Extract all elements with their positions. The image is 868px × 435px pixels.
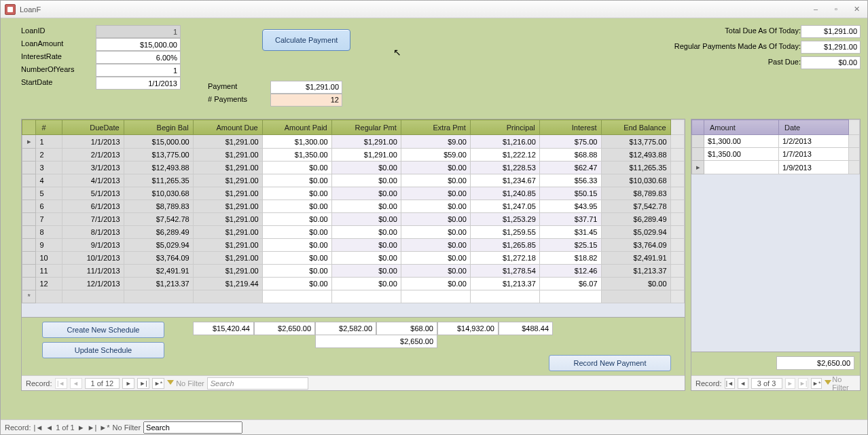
nav-new-button[interactable]: ►* [811, 378, 821, 389]
nav-search-input[interactable] [207, 377, 308, 390]
nav-last-button[interactable]: ►| [137, 378, 149, 389]
col-interest[interactable]: Interest [539, 120, 601, 135]
table-row[interactable]: 10 10/1/2013$3,764.09$1,291.00 $0.00$0.0… [22, 252, 685, 265]
value-num-payments: 12 [270, 94, 342, 107]
input-number-of-years[interactable] [96, 64, 181, 77]
nav-filter-indicator[interactable]: No Filter [825, 375, 856, 392]
table-row[interactable]: 4 4/1/2013$11,265.35$1,291.00 $0.00$0.00… [22, 174, 685, 187]
col-beginbal[interactable]: Begin Bal [124, 120, 193, 135]
table-row[interactable]: 1 1/1/2013$15,000.00$1,291.00 $1,300.00$… [22, 135, 685, 149]
nav-new-button[interactable]: ►* [152, 378, 164, 389]
table-row[interactable]: $1,300.001/2/2013 [692, 135, 860, 148]
nav-last-button[interactable]: ►| [798, 378, 808, 389]
input-start-date[interactable] [96, 77, 181, 90]
value-payment: $1,291.00 [270, 81, 342, 94]
col-amount[interactable]: Amount [704, 120, 779, 135]
payments-table[interactable]: Amount Date $1,300.001/2/2013$1,350.001/… [691, 119, 860, 174]
col-date[interactable]: Date [779, 120, 849, 135]
input-loan-amount[interactable] [96, 38, 181, 51]
recnav-label: Record: [5, 423, 31, 432]
label-past-due: Past Due: [768, 56, 801, 69]
table-row[interactable]: 6 6/1/2013$8,789.83$1,291.00 $0.00$0.00$… [22, 200, 685, 213]
total-interest: $488.44 [499, 322, 553, 335]
nav-filter-indicator[interactable]: No Filter [167, 379, 204, 387]
table-row[interactable]: 7 7/1/2013$7,542.78$1,291.00 $0.00$0.00$… [22, 213, 685, 226]
restore-button[interactable]: ▫ [829, 5, 843, 14]
funnel-icon [167, 380, 174, 387]
nav-position[interactable]: 1 of 12 [85, 378, 120, 389]
create-new-schedule-button[interactable]: Create New Schedule [42, 322, 164, 338]
nav-search-input[interactable] [143, 421, 242, 434]
window-title: LoanF [20, 5, 809, 14]
nav-filter-indicator[interactable]: No Filter [113, 423, 141, 432]
table-row[interactable]: 2 2/1/2013$13,775.00$1,291.00 $1,350.00$… [22, 149, 685, 162]
total-amount-paid-2: $2,650.00 [315, 335, 437, 348]
total-amount-due: $15,420.44 [193, 322, 254, 335]
payments-header-row: Amount Date [692, 120, 860, 135]
label-payments-made: Regular Payments Made As Of Today: [674, 41, 801, 54]
total-extra-pmt: $68.00 [376, 322, 437, 335]
label-start-date: StartDate [21, 77, 96, 90]
schedule-header-row: # DueDate Begin Bal Amount Due Amount Pa… [22, 120, 685, 135]
nav-first-button[interactable]: |◄ [725, 378, 735, 389]
titlebar: LoanF – ▫ ✕ [1, 1, 867, 18]
nav-prev-button[interactable]: ◄ [46, 423, 53, 432]
access-form-icon [5, 4, 16, 15]
col-principal[interactable]: Principal [470, 120, 539, 135]
total-amount-paid: $2,650.00 [254, 322, 315, 335]
table-row[interactable]: 1/9/2013 [692, 161, 860, 174]
label-total-due: Total Due As Of Today: [725, 25, 801, 38]
summary-panel: Total Due As Of Today: $1,291.00 Regular… [378, 25, 861, 69]
minimize-button[interactable]: – [809, 5, 822, 14]
nav-prev-button[interactable]: ◄ [738, 378, 748, 389]
label-number-of-years: NumberOfYears [21, 64, 96, 77]
col-extrapmt[interactable]: Extra Pmt [401, 120, 470, 135]
table-row[interactable]: 12 12/1/2013$1,213.37$1,219.44 $0.00$0.0… [22, 278, 685, 290]
nav-last-button[interactable]: ►| [88, 423, 97, 432]
label-interest-rate: InterestRate [21, 51, 96, 64]
label-num-payments: # Payments [208, 94, 270, 107]
table-row[interactable]: 3 3/1/2013$12,493.88$1,291.00 $0.00$0.00… [22, 162, 685, 174]
nav-first-button[interactable]: |◄ [55, 378, 67, 389]
payments-record-nav: Record: |◄ ◄ 3 of 3 ► ►| ►* No Filter [691, 375, 860, 390]
nav-first-button[interactable]: |◄ [34, 423, 43, 432]
recnav-label: Record: [695, 379, 722, 387]
nav-position[interactable]: 3 of 3 [751, 378, 782, 389]
recnav-label: Record: [26, 379, 52, 387]
nav-new-button[interactable]: ►* [99, 423, 109, 432]
nav-next-button[interactable]: ► [122, 378, 134, 389]
nav-next-button[interactable]: ► [785, 378, 795, 389]
table-row[interactable]: 9 9/1/2013$5,029.94$1,291.00 $0.00$0.00$… [22, 239, 685, 252]
nav-position[interactable]: 1 of 1 [56, 423, 75, 432]
calculate-payment-button[interactable]: Calculate Payment [262, 29, 350, 51]
col-amountpaid[interactable]: Amount Paid [262, 120, 331, 135]
table-row[interactable]: 8 8/1/2013$6,289.49$1,291.00 $0.00$0.00$… [22, 226, 685, 239]
col-num[interactable]: # [36, 120, 62, 135]
form-body: LoanID LoanAmount InterestRate NumberOfY… [1, 18, 867, 419]
loan-fields: LoanID LoanAmount InterestRate NumberOfY… [21, 25, 181, 90]
col-regularpmt[interactable]: Regular Pmt [331, 120, 401, 135]
col-endbalance[interactable]: End Balance [601, 120, 670, 135]
record-new-payment-button[interactable]: Record New Payment [549, 355, 671, 371]
payments-subform: Amount Date $1,300.001/2/2013$1,350.001/… [691, 119, 861, 391]
outer-record-nav: Record: |◄ ◄ 1 of 1 ► ►| ►* No Filter [1, 419, 867, 434]
col-amountdue[interactable]: Amount Due [193, 120, 262, 135]
value-payments-made: $1,291.00 [801, 41, 861, 54]
form-window: LoanF – ▫ ✕ ▸ LoanID LoanAmount Interest… [0, 0, 868, 435]
input-interest-rate[interactable] [96, 51, 181, 64]
col-duedate[interactable]: DueDate [62, 120, 124, 135]
table-row[interactable]: 5 5/1/2013$10,030.68$1,291.00 $0.00$0.00… [22, 187, 685, 200]
input-loan-id[interactable] [96, 25, 181, 38]
total-principal: $14,932.00 [437, 322, 499, 335]
label-loan-id: LoanID [21, 25, 96, 38]
nav-next-button[interactable]: ► [77, 423, 85, 432]
table-row[interactable]: $1,350.001/7/2013 [692, 148, 860, 161]
table-row[interactable]: 11 11/1/2013$2,491.91$1,291.00 $0.00$0.0… [22, 265, 685, 278]
new-record-row[interactable] [22, 290, 685, 303]
payments-total: $2,650.00 [776, 356, 854, 370]
schedule-subform: # DueDate Begin Bal Amount Due Amount Pa… [21, 119, 685, 391]
schedule-table[interactable]: # DueDate Begin Bal Amount Due Amount Pa… [22, 119, 685, 303]
update-schedule-button[interactable]: Update Schedule [42, 342, 164, 358]
close-button[interactable]: ✕ [850, 5, 863, 14]
nav-prev-button[interactable]: ◄ [70, 378, 82, 389]
